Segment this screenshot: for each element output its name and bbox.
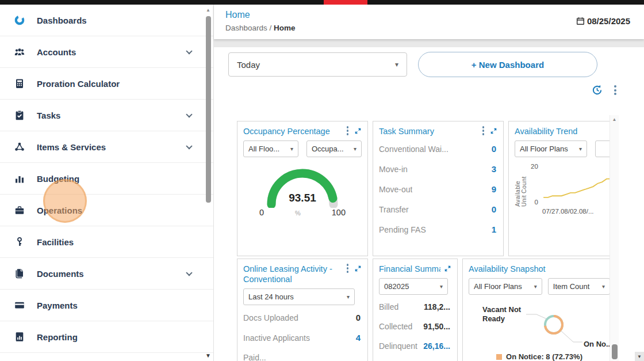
time-range-select[interactable]: Last 24 hours ▾ xyxy=(243,288,355,305)
widget-title: Occupancy Percentage xyxy=(243,126,343,136)
legend-label: On Notice: 8 (72.73%) xyxy=(506,352,582,361)
sidebar-item-tasks[interactable]: Tasks xyxy=(0,100,213,131)
row-label: Transfer xyxy=(379,205,409,214)
calculator-icon xyxy=(13,77,26,90)
widget-task-summary: Task Summary Conventional Wai... 0 Move-… xyxy=(373,121,504,256)
sidebar-item-budgeting[interactable]: Budgeting xyxy=(0,163,213,195)
chevron-down-icon xyxy=(186,48,192,54)
metric-filter-select[interactable]: Occupa... ▾ xyxy=(306,140,362,157)
report-icon xyxy=(13,330,26,343)
row-label: Delinquent xyxy=(379,341,417,351)
trend-line xyxy=(543,179,610,197)
kebab-menu-icon[interactable] xyxy=(614,85,616,95)
expand-icon[interactable] xyxy=(354,127,362,135)
item-count-select[interactable]: Item Count ▾ xyxy=(548,278,610,295)
sidebar-item-payments[interactable]: Payments xyxy=(0,290,213,321)
select-value: Item Count xyxy=(553,282,599,291)
sidebar-item-dashboards[interactable]: Dashboards xyxy=(0,5,213,36)
sidebar-item-reporting[interactable]: Reporting xyxy=(0,321,213,353)
sidebar-item-operations[interactable]: Operations xyxy=(0,195,213,226)
row-label: Billed xyxy=(379,302,398,311)
expand-icon[interactable] xyxy=(354,265,362,272)
row-value[interactable]: 3 xyxy=(492,164,496,174)
table-row: Move-in 3 xyxy=(379,159,497,179)
second-filter-select[interactable]: ▾ xyxy=(595,140,610,157)
nodes-icon xyxy=(13,140,26,153)
breadcrumb-current: Home xyxy=(274,24,296,32)
expand-icon[interactable] xyxy=(490,127,497,135)
widget-title: Financial Summa... xyxy=(379,264,440,274)
sidebar-item-facilities[interactable]: Facilities xyxy=(0,226,213,258)
history-refresh-icon[interactable] xyxy=(591,84,604,97)
calendar-icon xyxy=(576,17,585,25)
table-row: Docs Uploaded 0 xyxy=(243,307,362,328)
widget-financial-summary: Financial Summa... 082025 ▾ Billed 118,2… xyxy=(373,259,458,361)
sidebar-item-documents[interactable]: Documents xyxy=(0,258,213,290)
select-value: Today xyxy=(237,60,392,70)
floor-plan-filter-select[interactable]: All Floor Plans ▾ xyxy=(469,278,542,295)
sidebar-item-label: Documents xyxy=(37,269,84,279)
row-value[interactable]: 0 xyxy=(492,204,496,214)
row-value[interactable]: 26,16... xyxy=(423,341,450,351)
sidebar-item-label: Reporting xyxy=(37,332,78,342)
row-value[interactable]: 9 xyxy=(492,184,496,194)
row-label: Conventional Wai... xyxy=(379,145,448,154)
sidebar-item-label: Accounts xyxy=(37,47,76,57)
row-value[interactable]: 1 xyxy=(492,225,496,234)
breadcrumb: Dashboards / Home xyxy=(225,24,296,32)
expand-icon[interactable] xyxy=(444,265,451,272)
row-value[interactable]: 4 xyxy=(356,333,361,343)
dashboard-view-select[interactable]: Today ▾ xyxy=(228,52,407,77)
recording-indicator xyxy=(324,0,367,5)
widget-title: Task Summary xyxy=(379,126,479,136)
page-header: Home Dashboards / Home 08/25/2025 xyxy=(214,5,644,39)
row-value: 91,50... xyxy=(423,322,450,331)
chevron-down-icon: ▾ xyxy=(602,283,605,290)
breadcrumb-parent[interactable]: Dashboards xyxy=(225,24,267,32)
select-value: All Floo... xyxy=(248,145,287,153)
chevron-down-icon xyxy=(186,269,192,276)
new-dashboard-button[interactable]: + New Dashboard xyxy=(418,52,597,77)
sidebar-scrollbar-thumb[interactable] xyxy=(206,16,211,203)
row-label: Move-in xyxy=(379,165,408,174)
key-icon xyxy=(13,235,26,248)
kebab-menu-icon[interactable] xyxy=(347,264,349,273)
floor-plan-filter-select[interactable]: All Floo... ▾ xyxy=(243,140,298,157)
sidebar-item-label: Payments xyxy=(37,301,78,310)
page-scroll-down[interactable]: ▼ xyxy=(635,352,644,361)
widget-title: Availability Snapshot xyxy=(469,264,610,274)
sidebar-scroll-down[interactable]: ▼ xyxy=(205,352,212,359)
report-date[interactable]: 08/25/2025 xyxy=(576,16,630,26)
x-axis-labels: 07/27.08/02.08/... xyxy=(542,208,610,215)
row-value[interactable]: 0 xyxy=(492,144,496,154)
widgets-scroll-up[interactable]: ▲ xyxy=(610,117,619,122)
widget-occupancy-percentage: Occupancy Percentage All Floo... ▾ Occup… xyxy=(237,121,368,256)
chevron-down-icon: ▾ xyxy=(347,294,350,300)
chevron-down-icon xyxy=(186,111,192,117)
bar-chart-icon xyxy=(13,172,26,185)
sidebar-item-label: Facilities xyxy=(37,237,74,247)
widgets-scrollbar: ▲ xyxy=(610,115,619,361)
legend-swatch xyxy=(496,354,502,360)
select-value: All Floor Plans xyxy=(474,282,531,291)
widgets-scrollbar-thumb[interactable] xyxy=(612,344,618,359)
sidebar-item-label: Budgeting xyxy=(37,174,79,184)
table-row: Inactive Applicants 4 xyxy=(243,328,362,348)
chevron-down-icon xyxy=(186,143,192,149)
y-axis-label: Available Unit Count xyxy=(515,163,527,207)
sidebar-item-proration-calculator[interactable]: Proration Calculator xyxy=(0,68,213,100)
floor-plan-filter-select[interactable]: All Floor Plans ▾ xyxy=(515,140,587,157)
kebab-menu-icon[interactable] xyxy=(347,126,349,135)
row-value: 0 xyxy=(356,313,361,322)
period-select[interactable]: 082025 ▾ xyxy=(379,278,448,295)
main-content: Today ▾ + New Dashboard Occupancy Percen… xyxy=(214,47,644,361)
dashboard-widgets: Occupancy Percentage All Floo... ▾ Occup… xyxy=(214,115,610,361)
kebab-menu-icon[interactable] xyxy=(482,126,485,135)
sidebar-item-items-services[interactable]: Items & Services xyxy=(0,131,213,163)
sidebar-scroll-up[interactable]: ▲ xyxy=(205,7,212,13)
table-row: Move-out 9 xyxy=(379,179,497,199)
availability-trend-chart xyxy=(541,163,610,207)
widget-availability-snapshot: Availability Snapshot All Floor Plans ▾ … xyxy=(462,259,610,361)
chart-legend: On Notice: 8 (72.73%) xyxy=(469,352,610,361)
sidebar-item-accounts[interactable]: Accounts xyxy=(0,36,213,68)
